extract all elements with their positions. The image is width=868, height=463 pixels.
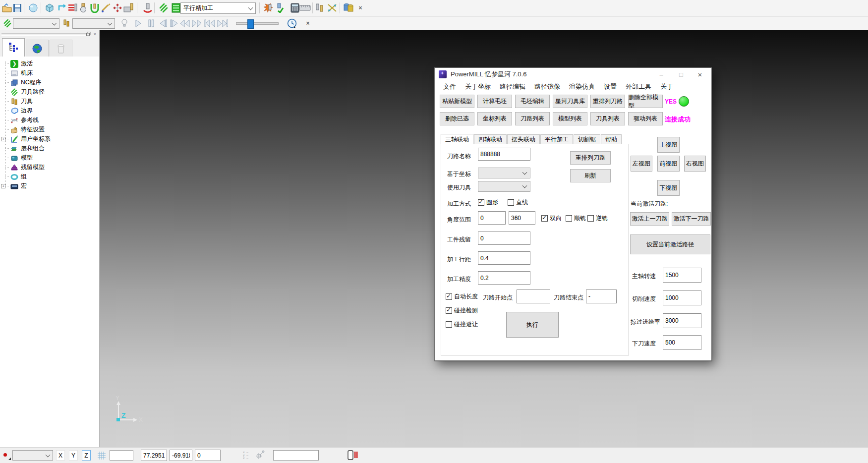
expand-icon[interactable]: + [1,184,5,188]
go-start-icon[interactable] [204,18,215,29]
play-icon[interactable] [133,18,144,29]
axis-x-button[interactable]: X [56,450,65,461]
auto-length-checkbox-row[interactable]: 自动长度 [446,292,478,301]
minimize-button[interactable]: – [653,68,670,81]
tree-item-levels[interactable]: 层和组合 [0,144,99,153]
tab-parallel[interactable]: 平行加工 [540,134,573,144]
line-checkbox[interactable] [508,199,514,206]
toolpath-name-input[interactable] [478,148,530,161]
fast-forward-icon[interactable] [191,18,202,29]
workplane-dropdown[interactable] [12,450,53,461]
rearrange-button[interactable]: 重排列刀路 [570,151,611,165]
snap-menu-button[interactable] [1,450,11,461]
set-active-path-button[interactable]: 设置当前激活路径 [630,234,710,254]
measure-icon[interactable] [299,2,311,14]
curve-editor-icon[interactable] [100,2,112,14]
expand-icon[interactable]: + [1,137,5,141]
collision-avoid-checkbox[interactable] [446,321,452,328]
tree-item-models[interactable]: 模型 [0,153,99,163]
tab-saw[interactable]: 切割锯 [574,134,600,144]
view-front-button[interactable]: 前视图 [657,156,680,172]
view-top-button[interactable]: 上视图 [657,137,680,153]
delete-selected-button[interactable]: 删除已选 [440,112,474,125]
tab-3axis[interactable]: 三轴联动 [441,134,473,144]
panel-grip[interactable]: × [0,30,99,38]
based-coord-select[interactable] [478,168,530,178]
menu-about[interactable]: 关于 [656,82,678,91]
tree-item-activate[interactable]: ❯ 激活 [0,59,99,68]
tree-item-patterns[interactable]: 参考线 [0,116,99,125]
speed-slider-handle[interactable] [247,19,254,29]
tab-explorer-tree[interactable] [2,38,25,57]
tree-item-nc-programs[interactable]: NC程序 [0,78,99,87]
menu-path-mirror[interactable]: 路径镜像 [530,82,565,91]
maximize-button[interactable]: □ [673,68,690,81]
speed-slider-track[interactable] [236,22,279,25]
tree-item-feature-sets[interactable]: 特征设置 [0,125,99,134]
pause-icon[interactable] [146,18,157,29]
xyz-list-icon[interactable]: x –y –z – [242,450,250,462]
activate-next-toolpath-button[interactable]: 激活下一刀路 [672,212,711,226]
bidirectional-checkbox-row[interactable]: 双向 [541,214,562,223]
probe-icon[interactable] [255,450,265,462]
tool-select[interactable] [72,18,115,29]
activate-prev-toolpath-button[interactable]: 激活上一刀路 [630,212,669,226]
go-end-icon[interactable] [217,18,228,29]
circle-checkbox-row[interactable]: 圆形 [478,198,498,207]
tab-globe[interactable] [26,40,49,57]
calculate-strategy-icon[interactable] [262,2,274,14]
tree-item-boundaries[interactable]: 边界 [0,106,99,116]
compute-stock-button[interactable]: 计算毛坯 [477,95,512,108]
menu-settings[interactable]: 设置 [599,82,621,91]
tree-item-workplanes[interactable]: + 用户坐标系 [0,134,99,144]
toolpath-select[interactable] [13,18,59,29]
ball-tool-icon[interactable] [77,2,89,14]
cursor-z-input[interactable] [195,450,221,461]
collision-detect-checkbox-row[interactable]: 碰撞检测 [446,306,478,315]
execute-button[interactable]: 执行 [506,312,559,338]
line-checkbox-row[interactable]: 直线 [508,198,528,207]
stock-sphere-icon[interactable] [27,2,39,14]
menu-file[interactable]: 文件 [439,82,461,91]
tab-recycle-bin[interactable] [50,40,72,57]
drive-list-button[interactable]: 驱动列表 [628,112,663,125]
toolpath-logo-icon[interactable] [158,2,170,14]
close-button[interactable]: × [692,68,708,81]
tree-item-groups[interactable]: 组 [0,172,99,181]
transform-icon[interactable] [326,2,338,14]
tree-item-toolpaths[interactable]: 刀具路径 [0,87,99,97]
save-icon[interactable] [11,2,23,14]
grid-size-input[interactable] [110,450,133,461]
tolerance-input[interactable] [478,271,530,285]
axis-y-button[interactable]: Y [69,450,78,461]
pattern-points-icon[interactable] [112,2,123,14]
clipboard-device-icon[interactable] [347,450,359,462]
coord-list-button[interactable]: 坐标列表 [477,112,512,125]
dialog-titlebar[interactable]: PowerMILL 忆梦星河 7.0.6 [435,68,711,81]
close-toolbar-icon[interactable]: × [302,18,313,29]
auto-length-checkbox[interactable] [446,293,452,300]
menu-external-tools[interactable]: 外部工具 [621,82,656,91]
verify-toolpath-icon[interactable] [276,2,288,14]
skim-feed-input[interactable] [663,313,701,328]
stock-allowance-input[interactable] [478,232,530,245]
close-panel-icon[interactable]: × [92,31,98,37]
float-panel-icon[interactable] [86,31,91,37]
close-toolbar-icon[interactable]: × [354,2,366,14]
tool-block-icon[interactable] [123,2,135,14]
cutting-speed-input[interactable] [663,290,701,305]
tool-list-button[interactable]: 刀具列表 [590,112,625,125]
stock-edit-button[interactable]: 毛坯编辑 [515,95,550,108]
menu-render-sim[interactable]: 渲染仿真 [565,82,599,91]
spindle-speed-input[interactable] [663,268,701,283]
menu-path-edit[interactable]: 路径编辑 [495,82,530,91]
end-point-input[interactable] [586,289,617,303]
step-back-icon[interactable] [158,18,169,29]
strategy-dropdown[interactable]: 平行精加工 [180,2,256,14]
rewind-icon[interactable] [179,18,190,29]
tab-tilt-head[interactable]: 摆头联动 [507,134,540,144]
use-tool-select[interactable] [478,181,530,192]
view-right-button[interactable]: 右视图 [684,156,706,172]
tree-item-macros[interactable]: + 宏 [0,181,99,191]
collision-detect-checkbox[interactable] [446,307,452,314]
